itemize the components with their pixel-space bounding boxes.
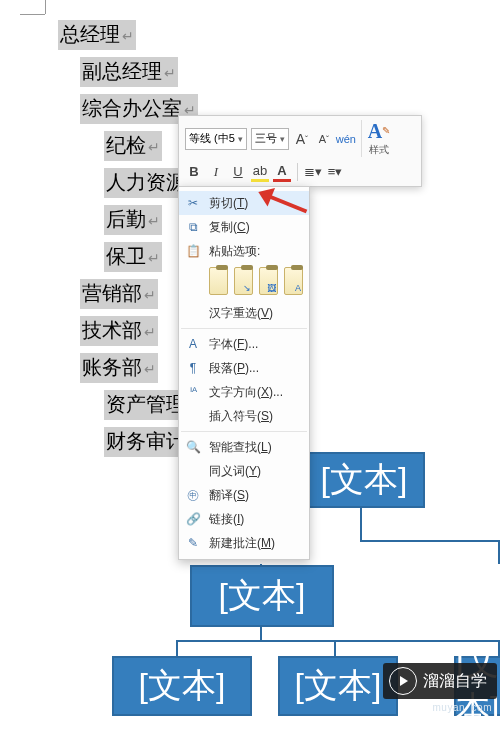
paste-option-merge[interactable]: ↘ bbox=[234, 267, 253, 295]
paragraph-mark-icon: ↵ bbox=[142, 287, 156, 303]
paste-option-picture[interactable]: 🖼 bbox=[259, 267, 278, 295]
paragraph-mark-icon: ↵ bbox=[146, 213, 160, 229]
menu-item-链接[interactable]: 🔗链接(I) bbox=[179, 507, 309, 531]
comment-icon: ✎ bbox=[185, 535, 201, 551]
menu-item-label: 链接(I) bbox=[209, 511, 301, 528]
margin-guide-h bbox=[20, 14, 45, 15]
styles-label: 样式 bbox=[369, 143, 389, 157]
text-line[interactable]: 保卫↵ bbox=[104, 242, 162, 272]
menu-item-粘贴选项:[interactable]: 📋粘贴选项: bbox=[179, 239, 309, 263]
menu-item-label: 智能查找(L) bbox=[209, 439, 301, 456]
menu-item-label: 复制(C) bbox=[209, 219, 301, 236]
blank-icon bbox=[185, 305, 201, 321]
separator bbox=[297, 163, 298, 181]
menu-item-label: 新建批注(M) bbox=[209, 535, 301, 552]
text-line[interactable]: 后勤↵ bbox=[104, 205, 162, 235]
menu-item-label: 同义词(Y) bbox=[209, 463, 301, 480]
menu-item-字体[interactable]: A字体(F)... bbox=[179, 332, 309, 356]
watermark-badge: 溜溜自学 bbox=[383, 663, 497, 699]
numbering-button[interactable]: ≡▾ bbox=[326, 163, 344, 181]
menu-divider bbox=[181, 431, 307, 432]
font-icon: A bbox=[185, 336, 201, 352]
font-size-value: 三号 bbox=[255, 131, 277, 146]
paragraph-mark-icon: ↵ bbox=[162, 65, 176, 81]
menu-item-label: 粘贴选项: bbox=[209, 243, 301, 260]
font-size-select[interactable]: 三号 ▾ bbox=[251, 128, 289, 150]
text-line[interactable]: 技术部↵ bbox=[80, 316, 158, 346]
watermark-text: 溜溜自学 bbox=[423, 671, 487, 692]
paragraph-mark-icon: ↵ bbox=[146, 139, 160, 155]
context-menu: ✂剪切(T)⧉复制(C)📋粘贴选项:↘🖼A汉字重选(V)A字体(F)...¶段落… bbox=[178, 186, 310, 560]
menu-item-翻译[interactable]: ㊥翻译(S) bbox=[179, 483, 309, 507]
org-chart-node[interactable]: [文本] bbox=[278, 656, 398, 716]
menu-item-同义词[interactable]: 同义词(Y) bbox=[179, 459, 309, 483]
menu-item-汉字重选[interactable]: 汉字重选(V) bbox=[179, 301, 309, 325]
menu-item-复制[interactable]: ⧉复制(C) bbox=[179, 215, 309, 239]
font-family-value: 等线 (中5 bbox=[189, 131, 235, 146]
menu-item-智能查找[interactable]: 🔍智能查找(L) bbox=[179, 435, 309, 459]
margin-guide-v bbox=[45, 0, 46, 14]
paste-icon: 📋 bbox=[185, 243, 201, 259]
highlight-button[interactable]: ab bbox=[251, 161, 269, 182]
blank-icon bbox=[185, 408, 201, 424]
menu-item-label: 字体(F)... bbox=[209, 336, 301, 353]
copy-icon: ⧉ bbox=[185, 219, 201, 235]
paragraph-mark-icon: ↵ bbox=[120, 28, 134, 44]
para-icon: ¶ bbox=[185, 360, 201, 376]
scissors-icon: ✂ bbox=[185, 195, 201, 211]
play-icon bbox=[389, 667, 417, 695]
text-line[interactable]: 副总经理↵ bbox=[80, 57, 178, 87]
font-family-select[interactable]: 等线 (中5 ▾ bbox=[185, 128, 247, 150]
menu-item-插入符号[interactable]: 插入符号(S) bbox=[179, 404, 309, 428]
connector-line bbox=[360, 506, 362, 542]
search-icon: 🔍 bbox=[185, 439, 201, 455]
font-color-button[interactable]: A bbox=[273, 161, 291, 182]
menu-item-label: 插入符号(S) bbox=[209, 408, 301, 425]
mini-toolbar: 等线 (中5 ▾ 三号 ▾ Aˇ Aˇ wén A✎ 样式 B I U ab A… bbox=[178, 115, 422, 187]
paste-option-text-only[interactable]: A bbox=[284, 267, 303, 295]
translate-icon: ㊥ bbox=[185, 487, 201, 503]
connector-line bbox=[176, 640, 500, 642]
menu-item-段落[interactable]: ¶段落(P)... bbox=[179, 356, 309, 380]
paragraph-mark-icon: ↵ bbox=[142, 324, 156, 340]
org-chart-node[interactable]: [文本] bbox=[303, 452, 425, 508]
textdir-icon: ᴵᴬ bbox=[185, 384, 201, 400]
blank-icon bbox=[185, 463, 201, 479]
styles-button[interactable]: A✎ 样式 bbox=[361, 120, 390, 157]
link-icon: 🔗 bbox=[185, 511, 201, 527]
connector-line bbox=[334, 640, 336, 656]
paragraph-mark-icon: ↵ bbox=[142, 361, 156, 377]
grow-font-button[interactable]: Aˇ bbox=[293, 130, 311, 148]
text-line[interactable]: 账务部↵ bbox=[80, 353, 158, 383]
italic-button[interactable]: I bbox=[207, 163, 225, 181]
paragraph-mark-icon: ↵ bbox=[146, 250, 160, 266]
bold-button[interactable]: B bbox=[185, 163, 203, 181]
text-line[interactable]: 纪检↵ bbox=[104, 131, 162, 161]
underline-button[interactable]: U bbox=[229, 163, 247, 181]
org-chart-node[interactable]: [文本] bbox=[112, 656, 252, 716]
phonetic-guide-button[interactable]: wén bbox=[337, 130, 355, 148]
chevron-down-icon: ▾ bbox=[238, 134, 243, 144]
menu-item-label: 文字方向(X)... bbox=[209, 384, 301, 401]
text-line[interactable]: 总经理↵ bbox=[58, 20, 136, 50]
connector-line bbox=[362, 540, 500, 542]
menu-item-label: 段落(P)... bbox=[209, 360, 301, 377]
shrink-font-button[interactable]: Aˇ bbox=[315, 130, 333, 148]
menu-item-新建批注[interactable]: ✎新建批注(M) bbox=[179, 531, 309, 555]
paste-option-keep-source[interactable] bbox=[209, 267, 228, 295]
org-chart-node[interactable]: [文本] bbox=[190, 565, 334, 627]
watermark-subtext: muyan com bbox=[433, 702, 492, 713]
menu-item-label: 汉字重选(V) bbox=[209, 305, 301, 322]
text-line[interactable]: 营销部↵ bbox=[80, 279, 158, 309]
paste-options-row: ↘🖼A bbox=[179, 263, 309, 301]
chevron-down-icon: ▾ bbox=[280, 134, 285, 144]
menu-item-label: 翻译(S) bbox=[209, 487, 301, 504]
menu-divider bbox=[181, 328, 307, 329]
bullets-button[interactable]: ≣▾ bbox=[304, 163, 322, 181]
menu-item-文字方向[interactable]: ᴵᴬ文字方向(X)... bbox=[179, 380, 309, 404]
connector-line bbox=[176, 640, 178, 656]
